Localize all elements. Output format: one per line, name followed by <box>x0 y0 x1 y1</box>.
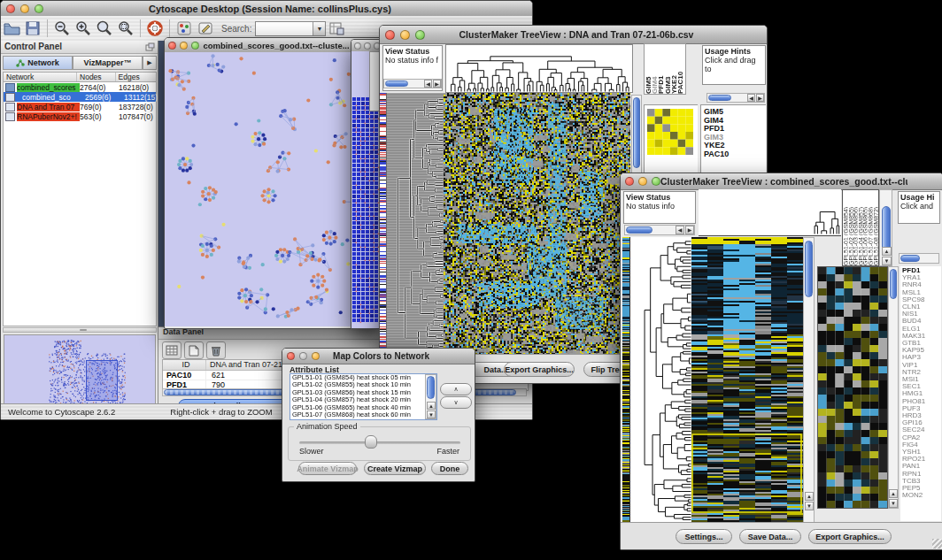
open-file-button[interactable] <box>2 19 21 38</box>
vizmapper-icon[interactable] <box>174 19 194 38</box>
close-button[interactable] <box>354 42 361 50</box>
correlation-matrix-canvas[interactable] <box>647 109 693 155</box>
heatmap-vscrollbar[interactable]: ▲ ▼ <box>803 237 815 523</box>
tab-network[interactable]: Network <box>3 56 73 70</box>
array-label[interactable]: GPL51-03 (GSM856) <box>853 190 858 265</box>
help-icon[interactable] <box>145 19 165 38</box>
array-label[interactable]: GPL51-01 (GSM854) <box>843 190 848 265</box>
minimize-button[interactable] <box>180 42 188 50</box>
minimize-button[interactable] <box>299 352 307 360</box>
minimize-button[interactable] <box>364 42 371 50</box>
network-canvas[interactable] <box>165 52 382 326</box>
annotation-icon[interactable] <box>196 19 215 38</box>
scroll-up-icon[interactable]: ▲ <box>889 489 898 498</box>
row-dendrogram-panel[interactable] <box>386 93 444 355</box>
gene-label[interactable]: MON2 <box>902 492 941 499</box>
delete-attribute-icon[interactable] <box>206 341 226 359</box>
array-label[interactable]: GIM3 <box>664 44 670 94</box>
tab-overflow-arrow[interactable]: ▶ <box>143 56 157 70</box>
network-row[interactable]: combined_sco 2569(6) 13112(15) <box>4 92 156 102</box>
dialog-titlebar[interactable]: Map Colors to Network <box>282 349 475 364</box>
row-dendrogram-canvas[interactable] <box>387 93 444 355</box>
treeview2-button[interactable]: Save Data... <box>739 529 801 544</box>
speed-slider-thumb[interactable] <box>365 435 377 449</box>
scroll-down-icon[interactable]: ▼ <box>889 499 898 508</box>
scroll-thumb[interactable] <box>890 269 897 299</box>
cytoscape-titlebar[interactable]: Cytoscape Desktop (Session Name: collins… <box>1 1 532 17</box>
minimize-button[interactable] <box>20 4 29 13</box>
zoom-in-icon[interactable] <box>73 19 93 38</box>
minimize-button[interactable] <box>400 30 410 40</box>
close-button[interactable] <box>6 4 15 13</box>
close-button[interactable] <box>287 352 295 360</box>
network-row[interactable]: combined_scores 2764(0) 16218(0) <box>4 82 156 92</box>
scroll-thumb[interactable] <box>708 95 731 101</box>
zoom-button[interactable] <box>415 30 425 40</box>
zoom-button[interactable] <box>35 4 43 13</box>
scroll-left-icon[interactable]: ◀ <box>424 80 432 88</box>
scroll-up-icon[interactable]: ▲ <box>882 247 892 256</box>
zoom-fit-icon[interactable] <box>95 19 114 38</box>
scroll-down-icon[interactable]: ▼ <box>805 502 814 510</box>
network-row[interactable]: DNA and Tran 07 769(0) 183728(0) <box>4 102 156 111</box>
array-label[interactable]: YKE2 <box>670 44 676 94</box>
scroll-thumb[interactable] <box>882 206 891 252</box>
viewport-rectangle[interactable] <box>86 360 118 401</box>
treeview2-titlebar[interactable]: ClusterMaker TreeView : combined_scores_… <box>621 173 942 190</box>
tab-vizmapper[interactable]: VizMapper™ <box>73 56 143 70</box>
dialog-button[interactable]: Create Vizmap <box>364 462 426 475</box>
select-attributes-icon[interactable] <box>162 341 181 359</box>
move-up-button[interactable]: ∧ <box>440 383 472 395</box>
search-input[interactable]: ▼ <box>255 21 326 36</box>
attribute-list-vscrollbar[interactable]: ▲ ▼ <box>425 374 436 419</box>
panel-splitter[interactable] <box>3 327 157 333</box>
hints-hscrollbar[interactable] <box>899 253 939 264</box>
save-button[interactable] <box>23 19 42 38</box>
heatmap-canvas[interactable] <box>444 93 630 355</box>
scroll-right-icon[interactable]: ▶ <box>685 226 694 234</box>
scroll-down-icon[interactable]: ▼ <box>427 410 436 418</box>
minimize-button[interactable] <box>638 177 647 186</box>
scroll-up-icon[interactable]: ▲ <box>805 492 814 501</box>
hints-hscrollbar[interactable]: ◀ ▶ <box>706 93 765 103</box>
close-button[interactable] <box>385 30 395 40</box>
zoom-button[interactable] <box>312 352 320 360</box>
dialog-button[interactable]: Done <box>431 462 468 475</box>
zoom-vscrollbar[interactable]: ▲ ▼ <box>888 266 899 509</box>
resize-grip[interactable] <box>932 539 942 548</box>
labels-vscrollbar[interactable]: ▲ ▼ <box>879 189 892 266</box>
treeview2-button[interactable]: Export Graphics... <box>808 529 892 544</box>
treeview2-button[interactable]: Settings... <box>676 529 732 544</box>
heatmap-canvas[interactable] <box>691 237 803 523</box>
scroll-right-icon[interactable]: ▶ <box>756 94 764 102</box>
treeview1-button[interactable]: Export Graphics... <box>504 362 575 377</box>
dropdown-icon[interactable]: ▼ <box>313 22 325 35</box>
array-label[interactable]: GPL51-08 (GSM872) <box>873 190 878 265</box>
zoom-button[interactable] <box>191 42 199 50</box>
search-options-icon[interactable] <box>327 19 346 38</box>
gene-label[interactable]: PAC10 <box>704 150 766 159</box>
speed-slider-track[interactable] <box>299 441 460 444</box>
array-label[interactable]: GPL51-07 (GSM868) <box>868 190 873 265</box>
move-down-button[interactable]: ∨ <box>440 396 472 409</box>
zoom-button[interactable] <box>652 177 660 186</box>
zoom-heatmap-canvas[interactable] <box>817 266 888 509</box>
dialog-button[interactable]: Animate Vizmap <box>298 462 357 475</box>
new-attribute-icon[interactable] <box>184 341 204 359</box>
array-label[interactable]: PFD1 <box>657 44 663 94</box>
close-button[interactable] <box>625 177 634 186</box>
view-status-hscrollbar[interactable]: ◀ ▶ <box>383 79 442 88</box>
view-status-hscrollbar[interactable]: ◀ ▶ <box>624 225 695 235</box>
scroll-thumb[interactable] <box>427 376 435 399</box>
attribute-list-item[interactable]: GPL51-07 (GSM868) heat shock 60 min <box>290 411 436 418</box>
float-panel-icon[interactable] <box>145 42 155 53</box>
treeview1-titlebar[interactable]: ClusterMaker TreeView : DNA and Tran 07-… <box>380 26 767 44</box>
zoom-selected-icon[interactable] <box>116 19 135 38</box>
scroll-thumb[interactable] <box>626 226 652 234</box>
scroll-thumb[interactable] <box>900 255 920 262</box>
scroll-down-icon[interactable]: ▼ <box>882 257 892 265</box>
row-dendrogram-canvas[interactable] <box>629 237 691 523</box>
network-row[interactable]: RNAPuberNov2+! 563(0) 107847(0) <box>4 111 156 121</box>
scroll-thumb[interactable] <box>633 97 640 168</box>
column-dendrogram-canvas[interactable] <box>445 44 633 93</box>
